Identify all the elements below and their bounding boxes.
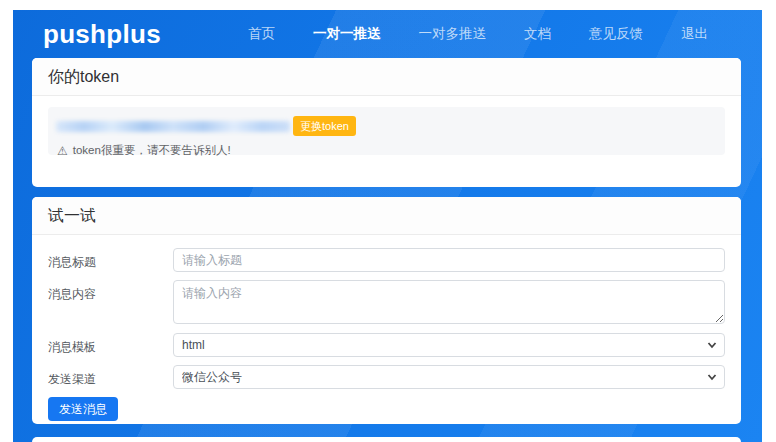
nav-item-one-to-one[interactable]: 一对一推送: [313, 25, 381, 43]
nav-item-feedback[interactable]: 意见反馈: [589, 25, 643, 43]
nav-item-home[interactable]: 首页: [248, 25, 275, 43]
token-box: 更换token ⚠ token很重要，请不要告诉别人!: [48, 107, 725, 155]
token-card-title: 你的token: [32, 58, 741, 96]
main-nav: 首页 一对一推送 一对多推送 文档 意见反馈 退出: [248, 25, 708, 43]
template-label: 消息模板: [48, 333, 173, 356]
nav-item-one-to-many[interactable]: 一对多推送: [419, 25, 487, 43]
nav-item-docs[interactable]: 文档: [524, 25, 551, 43]
page-background: pushplus 首页 一对一推送 一对多推送 文档 意见反馈 退出 你的tok…: [13, 10, 762, 442]
brand-logo[interactable]: pushplus: [43, 19, 161, 50]
try-card-title: 试一试: [32, 197, 741, 235]
form-row-template: 消息模板 html: [48, 333, 725, 357]
nav-item-logout[interactable]: 退出: [681, 25, 708, 43]
form-row-content: 消息内容: [48, 280, 725, 324]
send-message-button[interactable]: 发送消息: [48, 397, 118, 421]
token-card: 你的token 更换token ⚠ token很重要，请不要告诉别人!: [32, 58, 741, 187]
token-value-redacted: [56, 121, 290, 132]
next-card-top-edge: [32, 437, 741, 442]
token-warning: ⚠ token很重要，请不要告诉别人!: [56, 143, 717, 158]
content-label: 消息内容: [48, 280, 173, 303]
token-card-body: 更换token ⚠ token很重要，请不要告诉别人!: [32, 96, 741, 166]
title-label: 消息标题: [48, 248, 173, 271]
top-nav-bar: pushplus 首页 一对一推送 一对多推送 文档 意见反馈 退出: [13, 10, 762, 58]
token-warning-text: token很重要，请不要告诉别人!: [73, 143, 231, 158]
form-row-title: 消息标题: [48, 248, 725, 272]
content-textarea[interactable]: [173, 280, 725, 324]
channel-select[interactable]: 微信公众号: [173, 365, 725, 389]
form-row-channel: 发送渠道 微信公众号: [48, 365, 725, 389]
warning-triangle-icon: ⚠: [57, 145, 68, 157]
message-form: 消息标题 消息内容 消息模板 html: [32, 235, 741, 421]
change-token-button[interactable]: 更换token: [293, 116, 356, 136]
try-card: 试一试 消息标题 消息内容 消息模板 html: [32, 197, 741, 424]
title-input[interactable]: [173, 248, 725, 272]
template-select[interactable]: html: [173, 333, 725, 357]
channel-label: 发送渠道: [48, 365, 173, 388]
